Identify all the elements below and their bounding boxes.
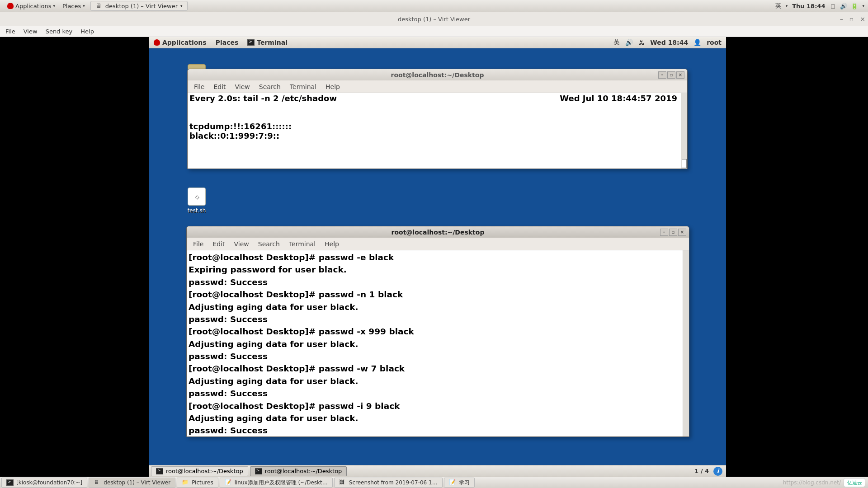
taskbar-terminal1-button[interactable]: root@localhost:~/Desktop bbox=[151, 466, 248, 476]
terminal2-body[interactable]: [root@localhost Desktop]# passwd -e blac… bbox=[187, 250, 689, 436]
host-task-study[interactable]: 📝学习 bbox=[444, 478, 475, 488]
virt-viewer-viewport: Applications Places Terminal 英 🔊 🖧 Wed 1… bbox=[0, 37, 868, 477]
minimize-button[interactable]: – bbox=[660, 229, 668, 236]
term-menu-terminal[interactable]: Terminal bbox=[285, 83, 321, 90]
guest-applications-menu[interactable]: Applications bbox=[149, 39, 211, 46]
terminal2-title: root@localhost:~/Desktop bbox=[392, 229, 485, 236]
host-bottom-panel: [kiosk@foundation70:~] 🖥desktop (1) – Vi… bbox=[0, 477, 868, 488]
terminal-icon bbox=[247, 39, 255, 46]
term-menu-edit[interactable]: Edit bbox=[208, 240, 229, 248]
host-task-kiosk[interactable]: [kiosk@foundation70:~] bbox=[1, 478, 87, 488]
watch-blank bbox=[189, 112, 192, 122]
watermark-logo: 亿速云 bbox=[844, 478, 865, 487]
minimize-button[interactable]: – bbox=[840, 15, 843, 23]
terminal2-line: [root@localhost Desktop]# passwd -w 7 bl… bbox=[189, 362, 687, 375]
workspace-pager[interactable]: 1 / 4 bbox=[690, 468, 713, 474]
maximize-button[interactable]: ▫ bbox=[849, 15, 854, 23]
desktop-script-label: test.sh bbox=[181, 207, 212, 214]
terminal-window-passwd[interactable]: root@localhost:~/Desktop – ▫ × File Edit… bbox=[186, 226, 689, 437]
volume-icon[interactable]: 🔊 bbox=[840, 3, 847, 9]
host-top-panel: Applications ▾ Places ▾ 🖥 desktop (1) – … bbox=[0, 0, 868, 12]
minimize-button[interactable]: – bbox=[658, 71, 666, 79]
terminal1-body[interactable]: Every 2.0s: tail -n 2 /etc/shadowWed Jul… bbox=[188, 93, 687, 169]
a11y-icon[interactable]: ◻ bbox=[830, 3, 836, 9]
virt-menu-file[interactable]: File bbox=[2, 28, 19, 35]
term-menu-file[interactable]: File bbox=[189, 83, 209, 90]
host-task-gedit[interactable]: 📝linux添加用户及权限管理 (~/Deskt… bbox=[220, 478, 333, 488]
terminal2-titlebar[interactable]: root@localhost:~/Desktop – ▫ × bbox=[187, 226, 689, 238]
places-label: Places bbox=[62, 3, 81, 9]
redhat-icon bbox=[7, 3, 14, 9]
guest-desktop[interactable]: Applications Places Terminal 英 🔊 🖧 Wed 1… bbox=[149, 37, 726, 477]
terminal2-line: Expiring password for user black. bbox=[189, 263, 687, 276]
term-menu-view[interactable]: View bbox=[230, 240, 254, 248]
host-task-label: desktop (1) – Virt Viewer bbox=[104, 479, 170, 486]
terminal2-line: passwd: Success bbox=[189, 276, 687, 288]
term-menu-help[interactable]: Help bbox=[320, 240, 344, 248]
virt-menu-view[interactable]: View bbox=[20, 28, 41, 35]
host-ime-indicator[interactable]: 英 bbox=[775, 2, 781, 10]
folder-icon: 📁 bbox=[182, 479, 189, 486]
host-clock[interactable]: Thu 18:44 bbox=[792, 3, 825, 9]
term-menu-edit[interactable]: Edit bbox=[209, 83, 230, 90]
host-task-pictures[interactable]: 📁Pictures bbox=[177, 478, 218, 488]
virt-menu-help[interactable]: Help bbox=[77, 28, 98, 35]
guest-terminal-label: Terminal bbox=[257, 39, 288, 46]
host-places-menu[interactable]: Places ▾ bbox=[59, 3, 89, 9]
desktop-script-icon[interactable]: ◇ test.sh bbox=[181, 188, 212, 214]
guest-places-label: Places bbox=[216, 39, 239, 46]
virt-viewer-titlebar[interactable]: desktop (1) – Virt Viewer – ▫ × bbox=[0, 12, 868, 26]
host-applications-menu[interactable]: Applications ▾ bbox=[4, 3, 59, 9]
chevron-down-icon: ▾ bbox=[180, 4, 183, 8]
terminal1-scrollbar[interactable] bbox=[681, 93, 687, 169]
term-menu-view[interactable]: View bbox=[231, 83, 255, 90]
info-icon[interactable]: i bbox=[713, 467, 722, 476]
terminal2-line: passwd: Success bbox=[189, 350, 687, 362]
term-menu-help[interactable]: Help bbox=[321, 83, 344, 90]
term-menu-file[interactable]: File bbox=[189, 240, 208, 248]
volume-icon[interactable]: 🔊 bbox=[625, 39, 633, 46]
network-icon[interactable]: 🖧 bbox=[638, 39, 645, 46]
guest-places-menu[interactable]: Places bbox=[211, 39, 243, 46]
terminal2-line: Adjusting aging data for user black. bbox=[189, 301, 687, 313]
guest-user-label[interactable]: root bbox=[707, 39, 722, 46]
host-task-virtviewer[interactable]: 🖥desktop (1) – Virt Viewer bbox=[89, 478, 175, 488]
maximize-button[interactable]: ▫ bbox=[669, 229, 677, 236]
chevron-down-icon: ▾ bbox=[862, 4, 864, 8]
terminal1-titlebar[interactable]: root@localhost:~/Desktop – ▫ × bbox=[188, 69, 687, 80]
term-menu-terminal[interactable]: Terminal bbox=[284, 240, 320, 248]
terminal-icon bbox=[6, 479, 14, 486]
host-running-app-button[interactable]: 🖥 desktop (1) – Virt Viewer ▾ bbox=[90, 1, 188, 11]
virt-menu-sendkey[interactable]: Send key bbox=[42, 28, 76, 35]
maximize-button[interactable]: ▫ bbox=[667, 71, 675, 79]
host-task-label: linux添加用户及权限管理 (~/Deskt… bbox=[235, 479, 328, 487]
host-task-label: Pictures bbox=[192, 479, 213, 486]
battery-icon[interactable]: 🔋 bbox=[851, 3, 858, 9]
shellscript-icon: ◇ bbox=[188, 188, 206, 206]
taskbar-terminal2-button[interactable]: root@localhost:~/Desktop bbox=[250, 466, 347, 476]
guest-taskbar: root@localhost:~/Desktop root@localhost:… bbox=[149, 465, 726, 477]
terminal-window-watch[interactable]: root@localhost:~/Desktop – ▫ × File Edit… bbox=[187, 69, 688, 169]
close-button[interactable]: × bbox=[678, 229, 686, 236]
guest-ime-indicator[interactable]: 英 bbox=[613, 38, 620, 47]
terminal2-line: [root@localhost Desktop]# passwd -e blac… bbox=[189, 251, 687, 263]
terminal2-menubar: File Edit View Search Terminal Help bbox=[187, 238, 689, 250]
virt-viewer-menubar: File View Send key Help bbox=[0, 26, 868, 37]
terminal2-scrollbar[interactable] bbox=[683, 250, 689, 436]
guest-clock[interactable]: Wed 18:44 bbox=[650, 39, 688, 46]
guest-terminal-launcher[interactable]: Terminal bbox=[243, 39, 292, 46]
image-icon: 🖼 bbox=[339, 479, 346, 486]
close-button[interactable]: × bbox=[676, 71, 684, 79]
watch-header-right: Wed Jul 10 18:44:57 2019 bbox=[560, 94, 685, 103]
host-task-screenshot[interactable]: 🖼Screenshot from 2019-07-06 1… bbox=[334, 478, 443, 488]
gedit-icon: 📝 bbox=[449, 479, 456, 486]
host-task-label: Screenshot from 2019-07-06 1… bbox=[349, 479, 438, 486]
taskbar-terminal2-label: root@localhost:~/Desktop bbox=[265, 468, 342, 474]
close-button[interactable]: × bbox=[860, 15, 865, 23]
term-menu-search[interactable]: Search bbox=[255, 83, 285, 90]
watch-header-left: Every 2.0s: tail -n 2 /etc/shadow bbox=[189, 94, 337, 103]
guest-applications-label: Applications bbox=[162, 39, 207, 46]
term-menu-search[interactable]: Search bbox=[254, 240, 284, 248]
chevron-down-icon: ▾ bbox=[83, 4, 85, 8]
terminal2-line: [root@localhost Desktop]# passwd -x 999 … bbox=[189, 325, 687, 338]
